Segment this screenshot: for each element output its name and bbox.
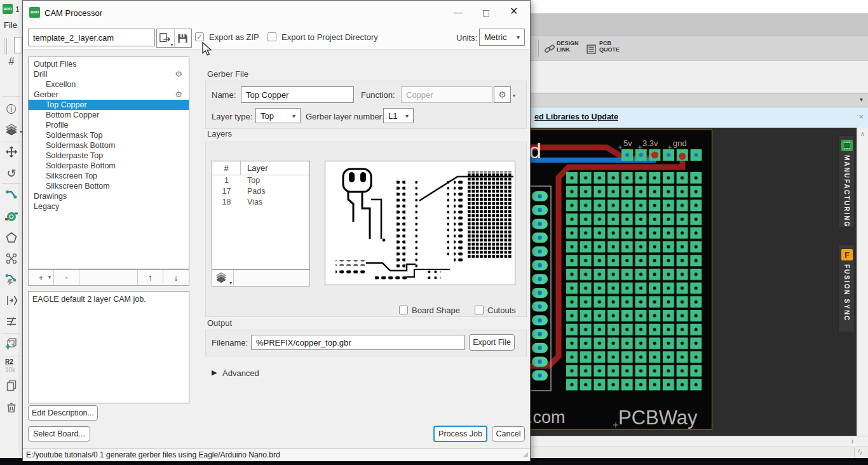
dialog-close-button[interactable]: ✕ [510, 5, 518, 17]
delete-icon[interactable] [4, 401, 18, 415]
function-input [401, 86, 492, 103]
design-link-button[interactable]: DESIGNLINK [545, 38, 584, 59]
layer-type-select[interactable]: Top▾ [255, 108, 301, 123]
select-board-button[interactable]: Select Board... [28, 426, 90, 441]
dialog-minimize-button[interactable]: — [450, 6, 466, 18]
cam-file-input[interactable] [28, 29, 155, 46]
move-down-button[interactable]: ↓ [163, 270, 189, 285]
layer-row[interactable]: 1Top [212, 175, 309, 186]
net-class-icon[interactable] [4, 315, 18, 329]
gear-icon[interactable]: ⚙ [175, 69, 182, 79]
pcb-quote-button[interactable]: PCBQUOTE [587, 38, 627, 59]
toolbar-grip [536, 39, 536, 57]
layer-row[interactable]: 18Vias [212, 197, 309, 208]
tree-item-label: Solderpaste Bottom [29, 161, 116, 170]
tree-item-silkscreen-bottom[interactable]: Silkscreen Bottom [29, 181, 189, 191]
tree-item-drill[interactable]: Drill⚙ [29, 69, 189, 79]
board-shape-checkbox[interactable] [399, 306, 408, 314]
tree-item-legacy[interactable]: Legacy [29, 201, 189, 212]
board-path: E:/youtube tutorials/0 1 generate gerber… [26, 450, 280, 459]
edit-description-button[interactable]: Edit Description... [28, 405, 98, 421]
tree-item-silkscreen-top[interactable]: Silkscreen Top [29, 171, 189, 181]
tree-item-bottom-copper[interactable]: Bottom Copper [29, 110, 189, 120]
vertical-scrollbar[interactable]: ∧ [857, 128, 868, 436]
name-tool-label[interactable]: R2 [5, 358, 13, 365]
export-zip-checkbox[interactable]: ✓ [195, 32, 204, 41]
grid-icon[interactable]: # [4, 55, 18, 69]
route-icon[interactable] [4, 189, 18, 203]
output-filename-input[interactable] [251, 335, 465, 350]
tree-item-drawings[interactable]: Drawings [29, 191, 189, 201]
tree-item-excellon[interactable]: Excellon [29, 79, 189, 90]
horizontal-scrollbar[interactable]: › [531, 436, 868, 447]
search-combobox[interactable]: ▾ [531, 93, 868, 107]
via-icon[interactable] [4, 210, 18, 224]
tree-item-top-copper[interactable]: Top Copper [29, 100, 189, 110]
partial-toolbar-button[interactable] [14, 37, 22, 53]
layer-settings-icon[interactable]: ▾ [4, 123, 18, 137]
layer-picker-button[interactable]: ▾ [212, 270, 234, 286]
dialog-maximize-button[interactable] [483, 8, 489, 19]
manufacturing-icon [841, 140, 853, 154]
remove-output-button[interactable]: - [54, 270, 79, 285]
function-gear-button[interactable]: ⚙▾ [494, 86, 511, 103]
ratsnest-icon[interactable] [4, 252, 18, 266]
layer-stack-icon [215, 272, 227, 283]
drc-lightning-icon[interactable]: ϟ [854, 447, 865, 458]
label-icon[interactable] [4, 294, 18, 308]
tree-item-solderpaste-top[interactable]: Solderpaste Top [29, 151, 189, 161]
scroll-right-icon[interactable]: › [851, 435, 854, 446]
rotate-icon[interactable]: ↺ [4, 166, 18, 180]
cancel-button[interactable]: Cancel [492, 426, 525, 441]
tree-item-soldermask-bottom[interactable]: Soldermask Bottom [29, 140, 189, 151]
export-project-checkbox[interactable] [268, 32, 276, 41]
dropdown-icon: ▾ [517, 34, 520, 41]
copy-icon[interactable] [4, 379, 18, 393]
tree-item-output-files[interactable]: Output Files [29, 59, 189, 69]
scroll-up-icon[interactable]: ∧ [857, 128, 868, 137]
name-input[interactable] [241, 86, 354, 103]
layer-row[interactable]: 17Pads [212, 186, 309, 197]
move-up-button[interactable]: ↑ [138, 270, 163, 285]
tree-item-soldermask-top[interactable]: Soldermask Top [29, 130, 189, 140]
info-icon[interactable]: ⓘ [4, 102, 18, 116]
move-icon[interactable] [4, 145, 18, 159]
tree-toolbar-spacer [79, 270, 138, 285]
export-cam-button[interactable]: ▾ [157, 29, 175, 47]
tree-item-solderpaste-bottom[interactable]: Solderpaste Bottom [29, 161, 189, 171]
tab-fusion-sync[interactable]: FUSION SYNC F [838, 245, 855, 332]
gear-icon[interactable]: ⚙ [175, 90, 182, 100]
units-select[interactable]: Metric ▾ [479, 29, 525, 46]
add-output-button[interactable]: +▾ [29, 270, 54, 285]
gerber-layer-number-select[interactable]: L1▾ [383, 108, 414, 123]
gerber-layer-number-label: Gerber layer number: [306, 112, 384, 121]
process-job-button[interactable]: Process Job [433, 426, 487, 442]
tree-item-profile[interactable]: Profile [29, 120, 189, 130]
function-label: Function: [361, 90, 395, 100]
cutouts-checkbox[interactable] [475, 306, 484, 314]
advanced-arrow-icon[interactable]: ▶ [212, 368, 217, 377]
advanced-label[interactable]: Advanced [222, 368, 259, 378]
quickroute-icon[interactable] [4, 273, 18, 287]
tree-item-label: Excellon [29, 80, 76, 89]
value-tool-label[interactable]: 10k [5, 367, 15, 374]
export-file-button[interactable]: Export File [469, 334, 515, 351]
add-part-icon[interactable] [4, 337, 18, 351]
filename-label: Filename: [212, 338, 248, 347]
pcb-board[interactable]: d 5v 3.3v gnd .com PCBWay [531, 130, 712, 429]
maximize-icon [483, 10, 489, 17]
save-cam-button[interactable] [175, 29, 192, 47]
tree-item-gerber[interactable]: Gerber⚙ [29, 90, 189, 100]
fusion-sync-icon: F [841, 249, 853, 263]
rail-label-3v3: 3.3v [642, 138, 658, 148]
toolbar-grip [538, 39, 539, 57]
resize-grip-icon[interactable]: ◢ [523, 448, 528, 461]
libraries-update-link[interactable]: ed Libraries to Update [534, 112, 618, 121]
polygon-icon[interactable] [4, 231, 18, 245]
file-menu[interactable]: File [4, 20, 17, 30]
job-description-box[interactable]: EAGLE default 2 layer CAM job. [28, 291, 189, 403]
eagle-left-toolbar: BRD 1 File # ⓘ ▾ ↺ [0, 0, 22, 458]
notification-close-icon[interactable]: × [858, 112, 864, 121]
tree-item-label: Bottom Copper [29, 111, 99, 119]
tab-manufacturing[interactable]: MANUFACTURING [838, 135, 855, 227]
